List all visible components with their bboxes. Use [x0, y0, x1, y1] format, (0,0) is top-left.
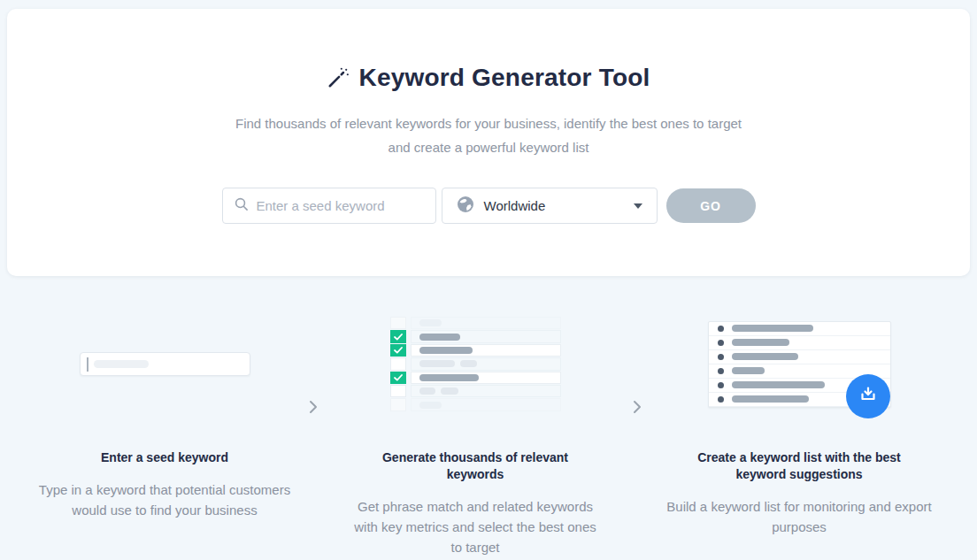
table-row — [390, 344, 561, 357]
keyword-list-graphic — [708, 321, 891, 408]
seed-keyword-field[interactable] — [222, 188, 436, 224]
export-button[interactable] — [846, 374, 890, 418]
bullet-dot-icon — [718, 340, 724, 346]
text-cursor-graphic — [87, 357, 88, 372]
region-select[interactable]: Worldwide — [442, 188, 658, 224]
seed-input-graphic — [80, 352, 250, 376]
page-title: Keyword Generator Tool — [7, 64, 970, 92]
chevron-right-icon — [297, 400, 329, 414]
page-title-text: Keyword Generator Tool — [358, 64, 650, 92]
list-item — [709, 336, 890, 350]
step-2-title: Generate thousands of relevant keywords — [364, 449, 587, 483]
step-3-illustration — [653, 317, 945, 411]
bullet-dot-icon — [718, 354, 724, 360]
bullet-dot-icon — [718, 382, 724, 388]
magic-wand-icon — [327, 66, 350, 89]
table-row — [390, 385, 561, 397]
keyword-table-graphic — [390, 317, 561, 411]
caret-down-icon — [634, 203, 642, 209]
bullet-dot-icon — [718, 396, 724, 403]
step-2: Generate thousands of relevant keywords … — [329, 317, 621, 557]
step-3-title: Create a keyword list with the best keyw… — [688, 449, 911, 483]
checkbox-graphic — [390, 317, 406, 329]
checkbox-graphic — [390, 357, 406, 370]
search-icon — [234, 196, 249, 215]
checkbox-graphic — [390, 385, 406, 397]
step-1: Enter a seed keyword Type in a keyword t… — [32, 317, 297, 520]
page-subtitle: Find thousands of relevant keywords for … — [7, 111, 970, 159]
step-3: Create a keyword list with the best keyw… — [653, 317, 945, 537]
check-icon — [390, 344, 406, 357]
seed-keyword-input[interactable] — [257, 198, 433, 213]
hero-card: Keyword Generator Tool Find thousands of… — [7, 9, 970, 276]
go-button[interactable]: GO — [666, 188, 756, 223]
search-row: Worldwide GO — [7, 188, 970, 224]
step-1-illustration — [32, 317, 297, 411]
step-1-description: Type in a keyword that potential custome… — [32, 479, 297, 520]
step-3-description: Build a keyword list for monitoring and … — [666, 496, 932, 537]
table-row — [390, 330, 561, 342]
placeholder-bar-graphic — [94, 360, 149, 368]
check-icon — [390, 372, 406, 384]
checkbox-graphic — [390, 398, 406, 410]
globe-icon — [457, 196, 474, 217]
list-item — [709, 350, 890, 364]
bullet-dot-icon — [718, 326, 724, 332]
bullet-dot-icon — [718, 368, 724, 374]
check-icon — [390, 330, 406, 342]
table-row — [390, 372, 561, 384]
table-row — [390, 317, 561, 329]
chevron-right-icon — [621, 400, 653, 414]
table-row — [390, 398, 561, 410]
table-row — [390, 357, 561, 370]
step-2-description: Get phrase match and related keywords wi… — [347, 496, 604, 557]
step-2-illustration — [329, 317, 621, 411]
list-item — [709, 322, 890, 336]
download-icon — [858, 384, 879, 409]
step-1-title: Enter a seed keyword — [101, 449, 228, 466]
how-it-works-steps: Enter a seed keyword Type in a keyword t… — [0, 317, 977, 557]
region-selected-value: Worldwide — [484, 198, 546, 213]
